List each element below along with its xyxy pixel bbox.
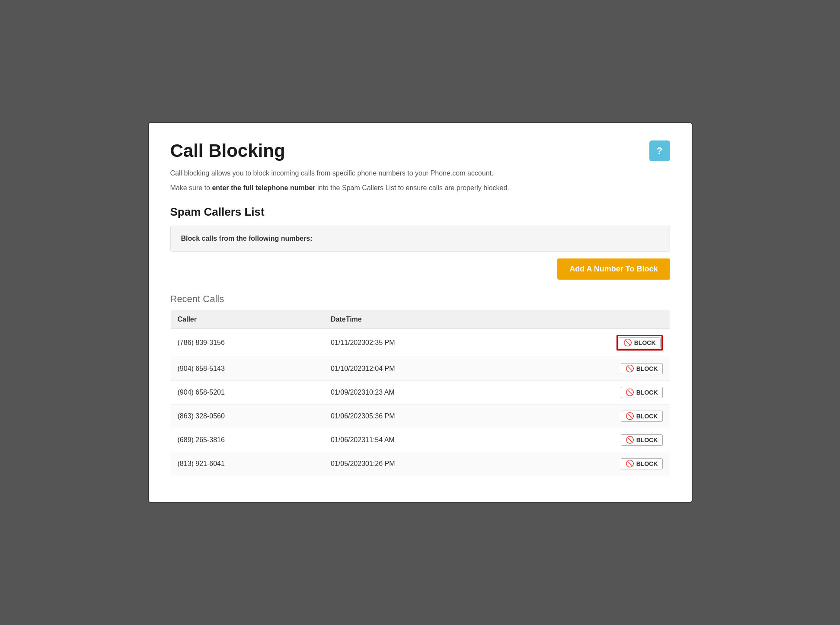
block-label: BLOCK	[634, 339, 656, 346]
block-icon: 🚫	[626, 437, 634, 443]
datetime-cell: 01/09/202310:23 AM	[324, 381, 519, 405]
block-label: BLOCK	[636, 437, 658, 443]
block-icon: 🚫	[626, 365, 634, 372]
block-button-highlight: 🚫 BLOCK	[616, 335, 663, 351]
table-row: (786) 839-315601/11/202302:35 PM 🚫 BLOCK	[170, 329, 670, 357]
col-header-action	[519, 310, 670, 329]
description-2-suffix: into the Spam Callers List to ensure cal…	[316, 184, 509, 191]
caller-cell: (904) 658-5201	[170, 381, 324, 405]
add-number-button[interactable]: Add A Number To Block	[557, 258, 670, 280]
action-cell: 🚫 BLOCK	[519, 452, 670, 476]
description-2: Make sure to enter the full telephone nu…	[170, 183, 670, 193]
description-2-bold: enter the full telephone number	[212, 184, 315, 191]
action-cell: 🚫 BLOCK	[519, 428, 670, 452]
spam-callers-section-title: Spam Callers List	[170, 205, 670, 219]
action-cell: 🚫 BLOCK	[519, 405, 670, 428]
datetime-cell: 01/10/202312:04 PM	[324, 357, 519, 381]
datetime-cell: 01/11/202302:35 PM	[324, 329, 519, 357]
action-cell: 🚫 BLOCK	[519, 381, 670, 405]
spam-callers-label: Block calls from the following numbers:	[181, 235, 313, 242]
description-1: Call blocking allows you to block incomi…	[170, 168, 670, 179]
page-container: Call Blocking ? Call blocking allows you…	[148, 122, 693, 503]
block-button[interactable]: 🚫 BLOCK	[619, 337, 661, 348]
action-cell: 🚫 BLOCK	[519, 329, 670, 357]
datetime-cell: 01/06/202311:54 AM	[324, 428, 519, 452]
recent-calls-title: Recent Calls	[170, 293, 670, 305]
page-title: Call Blocking	[170, 140, 285, 161]
block-button[interactable]: 🚫 BLOCK	[621, 387, 663, 398]
block-icon: 🚫	[626, 413, 634, 420]
add-btn-row: Add A Number To Block	[170, 258, 670, 280]
datetime-cell: 01/06/202305:36 PM	[324, 405, 519, 428]
block-label: BLOCK	[636, 413, 658, 420]
table-row: (813) 921-604101/05/202301:26 PM 🚫 BLOCK	[170, 452, 670, 476]
caller-cell: (786) 839-3156	[170, 329, 324, 357]
block-label: BLOCK	[636, 389, 658, 396]
caller-cell: (813) 921-6041	[170, 452, 324, 476]
block-icon: 🚫	[623, 339, 632, 346]
col-header-caller: Caller	[170, 310, 324, 329]
block-label: BLOCK	[636, 460, 658, 467]
table-row: (863) 328-056001/06/202305:36 PM 🚫 BLOCK	[170, 405, 670, 428]
spam-callers-box: Block calls from the following numbers:	[170, 226, 670, 252]
block-button[interactable]: 🚫 BLOCK	[621, 458, 663, 469]
header-row: Call Blocking ?	[170, 140, 670, 161]
datetime-cell: 01/05/202301:26 PM	[324, 452, 519, 476]
caller-cell: (904) 658-5143	[170, 357, 324, 381]
block-button[interactable]: 🚫 BLOCK	[621, 434, 663, 446]
action-cell: 🚫 BLOCK	[519, 357, 670, 381]
block-icon: 🚫	[626, 389, 634, 396]
block-button[interactable]: 🚫 BLOCK	[621, 363, 663, 374]
caller-cell: (863) 328-0560	[170, 405, 324, 428]
table-row: (689) 265-381601/06/202311:54 AM 🚫 BLOCK	[170, 428, 670, 452]
block-label: BLOCK	[636, 365, 658, 372]
caller-cell: (689) 265-3816	[170, 428, 324, 452]
table-row: (904) 658-520101/09/202310:23 AM 🚫 BLOCK	[170, 381, 670, 405]
block-icon: 🚫	[626, 460, 634, 467]
table-row: (904) 658-514301/10/202312:04 PM 🚫 BLOCK	[170, 357, 670, 381]
table-header-row: Caller DateTime	[170, 310, 670, 329]
block-button[interactable]: 🚫 BLOCK	[621, 411, 663, 422]
help-button[interactable]: ?	[649, 140, 670, 161]
calls-table: Caller DateTime (786) 839-315601/11/2023…	[170, 310, 670, 476]
col-header-datetime: DateTime	[324, 310, 519, 329]
